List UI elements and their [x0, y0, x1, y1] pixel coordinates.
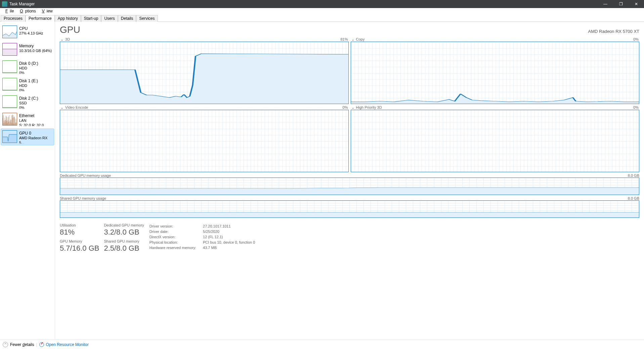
mini-chart	[2, 60, 17, 73]
info-label: Hardware reserved memory:	[149, 245, 202, 250]
sidebar-item-disk-0-d-[interactable]: Disk 0 (D:)HDD0%	[1, 59, 54, 76]
sidebar-item-sub: LAN	[19, 118, 52, 123]
info-value: PCI bus 10, device 0, function 0	[203, 240, 255, 245]
dedicated-mem-label: Dedicated GPU memory usage	[60, 173, 111, 178]
chevron-down-icon: ⌄	[60, 37, 63, 41]
tabs-bar: ProcessesPerformanceApp historyStart-upU…	[0, 14, 644, 22]
sidebar-item-title: Memory	[19, 44, 52, 49]
maximize-button[interactable]: ❐	[613, 0, 629, 8]
info-label: Physical location:	[149, 240, 202, 245]
sidebar-item-disk-1-e-[interactable]: Disk 1 (E:)HDD0%	[1, 76, 54, 93]
sidebar-item-sub: SSD	[19, 101, 38, 106]
tab-processes[interactable]: Processes	[1, 15, 26, 22]
info-label: Driver version:	[149, 224, 202, 229]
chart-high-priority-3d-header[interactable]: ⌄ High Priority 3D 0%	[351, 105, 640, 110]
sidebar-item-sub2: S: 32.0 R: 32.0 Kbps	[19, 123, 52, 126]
sidebar-item-sub: 10.3/16.0 GB (64%)	[19, 49, 52, 53]
sidebar-item-title: Disk 0 (D:)	[19, 61, 38, 66]
mini-chart	[2, 113, 17, 126]
menu-bar: File Options View	[0, 8, 644, 14]
info-label: DirectX version:	[149, 235, 202, 239]
chevron-down-icon: ⌄	[60, 105, 63, 109]
sidebar-item-title: GPU 0	[19, 131, 52, 136]
chart-high-priority-3d	[351, 110, 640, 172]
sidebar-item-sub: HDD	[19, 66, 38, 71]
chevron-down-icon: ⌄	[351, 105, 354, 109]
gpu-mem-value: 5.7/16.0 GB	[60, 244, 99, 253]
mini-chart	[2, 130, 17, 143]
tab-start-up[interactable]: Start-up	[81, 15, 101, 22]
shared-mem-label: Shared GPU memory usage	[60, 196, 106, 200]
chart-3d-header[interactable]: ⌄ 3D 81%	[60, 37, 349, 42]
sidebar-item-sub: HDD	[19, 84, 38, 88]
tab-users[interactable]: Users	[101, 15, 118, 22]
menu-file[interactable]: File	[1, 9, 16, 13]
sidebar-item-ethernet[interactable]: EthernetLANS: 32.0 R: 32.0 Kbps	[1, 111, 54, 128]
sidebar-item-sub2: 0%	[19, 71, 38, 74]
tab-app-history[interactable]: App history	[55, 15, 81, 22]
menu-view[interactable]: View	[38, 9, 55, 13]
mini-chart	[2, 78, 17, 91]
title-bar: Task Manager ― ❐ ✕	[0, 0, 644, 8]
chevron-down-icon: ⌄	[351, 37, 354, 41]
window-title: Task Manager	[9, 2, 35, 6]
sidebar-item-sub: AMD Radeon RX 5...	[19, 136, 52, 144]
tab-details[interactable]: Details	[118, 15, 136, 22]
chart-shared-mem	[60, 200, 639, 218]
sidebar-item-sub2: 0%	[19, 88, 38, 91]
sidebar-item-disk-2-c-[interactable]: Disk 2 (C:)SSD0%	[1, 94, 54, 110]
info-value: 43.7 MB	[203, 245, 255, 250]
gpu-model: AMD Radeon RX 5700 XT	[588, 29, 639, 34]
sidebar-item-title: Ethernet	[19, 113, 52, 118]
sidebar-item-gpu-0[interactable]: GPU 0AMD Radeon RX 5...81%	[1, 129, 54, 145]
mini-chart	[2, 26, 17, 38]
sidebar-item-sub: 27% 4.13 GHz	[19, 31, 43, 36]
info-label: Driver date:	[149, 229, 202, 234]
info-value: 5/25/2020	[203, 229, 255, 234]
menu-options[interactable]: Options	[16, 9, 38, 13]
chart-copy	[351, 42, 640, 104]
info-value: 12 (FL 12.1)	[203, 235, 255, 239]
sidebar-item-sub2: 0%	[19, 106, 38, 109]
sidebar-item-title: CPU	[19, 26, 43, 31]
page-title: GPU	[60, 24, 80, 35]
chart-video-encode	[60, 110, 349, 172]
sidebar-item-memory[interactable]: Memory10.3/16.0 GB (64%)	[1, 41, 54, 58]
info-value: 27.20.1017.1011	[203, 224, 255, 229]
detail-pane: GPU AMD Radeon RX 5700 XT ⌄ 3D 81%	[55, 22, 644, 339]
tab-performance[interactable]: Performance	[26, 15, 55, 22]
tab-services[interactable]: Services	[136, 15, 158, 22]
stats-grid: Utilisation 81% GPU Memory 5.7/16.0 GB D…	[60, 223, 639, 255]
chart-copy-header[interactable]: ⌄ Copy 0%	[351, 37, 640, 42]
chart-video-encode-header[interactable]: ⌄ Video Encode 0%	[60, 105, 349, 110]
mini-chart	[2, 43, 17, 56]
close-button[interactable]: ✕	[629, 0, 644, 8]
chart-3d	[60, 42, 349, 104]
sidebar-list: CPU27% 4.13 GHzMemory10.3/16.0 GB (64%)D…	[0, 22, 55, 339]
sidebar-item-title: Disk 1 (E:)	[19, 79, 38, 84]
driver-info-table: Driver version:27.20.1017.1011Driver dat…	[149, 223, 256, 251]
mini-chart	[2, 95, 17, 108]
dedicated-mem-value: 3.2/8.0 GB	[104, 228, 144, 237]
sidebar-item-title: Disk 2 (C:)	[19, 96, 38, 101]
utilisation-value: 81%	[60, 228, 99, 237]
chart-dedicated-mem	[60, 178, 639, 195]
app-icon	[2, 1, 7, 7]
sidebar-item-cpu[interactable]: CPU27% 4.13 GHz	[1, 24, 54, 41]
shared-mem-value: 2.5/8.0 GB	[104, 244, 144, 253]
minimize-button[interactable]: ―	[598, 0, 613, 8]
